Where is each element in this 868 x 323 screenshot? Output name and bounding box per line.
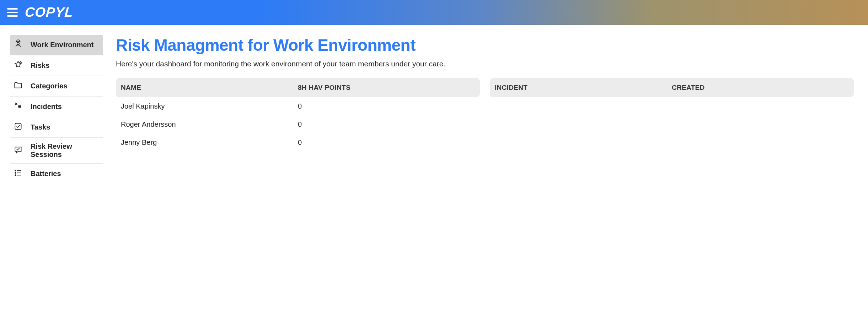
cell-name: Jenny Berg <box>121 138 298 147</box>
hav-table: NAME 8H HAV POINTS Joel Kapinsky 0 Roger… <box>116 78 480 152</box>
page-subtitle: Here's your dashboard for monitoring the… <box>116 60 854 68</box>
cell-points: 0 <box>298 120 475 128</box>
svg-point-6 <box>15 175 16 176</box>
column-header-name: NAME <box>121 84 298 92</box>
column-header-hav-points: 8H HAV POINTS <box>298 84 475 92</box>
sidebar-item-label: Risks <box>31 61 49 70</box>
sidebar-item-label: Tasks <box>31 123 50 131</box>
cell-points: 0 <box>298 102 475 110</box>
sidebar-item-risks[interactable]: Risks <box>10 55 103 76</box>
speech-check-icon <box>14 145 23 156</box>
table-row[interactable]: Jenny Berg 0 <box>116 133 480 152</box>
checkbox-icon <box>14 122 23 133</box>
list-icon <box>14 168 23 179</box>
sidebar-item-label: Categories <box>31 82 67 90</box>
svg-rect-3 <box>15 123 21 129</box>
sidebar-item-incidents[interactable]: Incidents <box>10 97 103 117</box>
main-content: Risk Managment for Work Environment Here… <box>103 25 868 323</box>
menu-toggle-button[interactable] <box>7 8 18 17</box>
sidebar-item-label: Risk Review Sessions <box>31 142 97 159</box>
hav-table-header: NAME 8H HAV POINTS <box>116 78 480 97</box>
sidebar-item-label: Incidents <box>31 103 62 111</box>
sidebar-item-batteries[interactable]: Batteries <box>10 164 103 184</box>
star-icon <box>14 60 23 71</box>
folder-icon <box>14 81 23 92</box>
fireworks-icon <box>14 101 23 112</box>
sidebar-item-categories[interactable]: Categories <box>10 76 103 97</box>
cell-name: Roger Andersson <box>121 120 298 128</box>
sidebar-item-label: Work Environment <box>31 41 93 49</box>
table-row[interactable]: Joel Kapinsky 0 <box>116 97 480 115</box>
top-bar: COPYL <box>0 0 868 25</box>
cell-points: 0 <box>298 138 475 147</box>
sidebar-item-work-environment[interactable]: Work Environment <box>10 35 103 55</box>
brand-logo[interactable]: COPYL <box>24 5 74 20</box>
sidebar-item-risk-review-sessions[interactable]: Risk Review Sessions <box>10 138 103 164</box>
page-title: Risk Managment for Work Environment <box>116 35 854 55</box>
cell-name: Joel Kapinsky <box>121 102 298 110</box>
worker-icon <box>14 39 23 50</box>
incident-table: INCIDENT CREATED <box>490 78 854 97</box>
svg-point-5 <box>15 173 16 174</box>
column-header-created: CREATED <box>672 84 849 92</box>
sidebar-item-tasks[interactable]: Tasks <box>10 117 103 138</box>
svg-point-4 <box>15 170 16 171</box>
column-header-incident: INCIDENT <box>495 84 672 92</box>
table-row[interactable]: Roger Andersson 0 <box>116 115 480 133</box>
svg-point-0 <box>17 43 20 45</box>
sidebar: Work Environment Risks Categories Incide… <box>0 25 103 323</box>
sidebar-item-label: Batteries <box>31 170 61 178</box>
incident-table-header: INCIDENT CREATED <box>490 78 854 97</box>
